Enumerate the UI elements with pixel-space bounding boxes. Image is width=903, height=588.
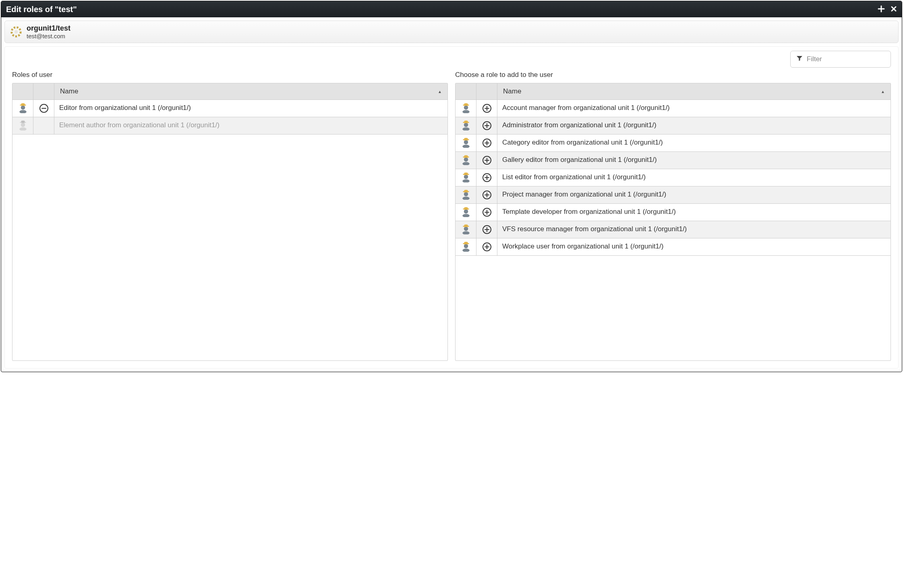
table-row[interactable]: Workplace user from organizational unit … xyxy=(456,238,891,256)
add-role-button[interactable] xyxy=(483,121,491,130)
role-name: Element author from organizational unit … xyxy=(54,117,447,134)
table-row[interactable]: List editor from organizational unit 1 (… xyxy=(456,169,891,186)
role-name: Account manager from organizational unit… xyxy=(497,100,891,117)
role-icon-cell xyxy=(12,117,33,134)
add-role-button[interactable] xyxy=(483,190,491,199)
close-icon xyxy=(891,6,897,12)
svg-point-38 xyxy=(462,231,470,234)
role-name: Administrator from organizational unit 1… xyxy=(497,117,891,134)
svg-point-39 xyxy=(464,227,468,231)
role-name: List editor from organizational unit 1 (… xyxy=(497,169,891,186)
right-tbody: Account manager from organizational unit… xyxy=(456,100,891,256)
svg-point-3 xyxy=(21,106,25,110)
svg-point-18 xyxy=(462,145,470,148)
filter-icon xyxy=(796,55,803,63)
role-icon-cell xyxy=(456,169,476,186)
role-action-cell xyxy=(476,117,497,134)
plus-icon xyxy=(485,193,489,197)
svg-rect-9 xyxy=(21,121,25,123)
svg-point-26 xyxy=(462,179,470,182)
svg-rect-29 xyxy=(464,173,468,175)
add-role-button[interactable] xyxy=(483,242,491,251)
svg-rect-13 xyxy=(464,104,468,106)
svg-point-19 xyxy=(464,140,468,145)
svg-rect-37 xyxy=(464,207,468,209)
plus-icon xyxy=(485,210,489,215)
close-button[interactable] xyxy=(891,5,897,13)
plus-icon xyxy=(485,123,489,128)
svg-point-42 xyxy=(462,248,470,252)
th-name[interactable]: Name ▲ xyxy=(54,83,447,99)
role-name: Category editor from organizational unit… xyxy=(497,135,891,151)
svg-point-15 xyxy=(464,123,468,127)
table-row[interactable]: Category editor from organizational unit… xyxy=(456,135,891,152)
titlebar-buttons xyxy=(878,5,897,14)
add-role-button[interactable] xyxy=(483,173,491,182)
role-icon-cell xyxy=(456,186,476,203)
svg-rect-17 xyxy=(464,121,468,123)
titlebar: Edit roles of "test" xyxy=(1,1,902,17)
svg-rect-45 xyxy=(464,242,468,244)
plus-icon xyxy=(485,158,489,163)
add-role-button[interactable] xyxy=(483,139,491,147)
svg-point-22 xyxy=(462,162,470,165)
role-action-cell xyxy=(476,100,497,117)
role-icon-cell xyxy=(12,100,33,117)
role-icon-cell xyxy=(456,238,476,255)
svg-point-11 xyxy=(464,106,468,110)
dialog-window: Edit roles of "test" orgunit1/test test@… xyxy=(1,1,902,372)
roles-of-user-table: Name ▲ Editor from organizational unit 1… xyxy=(12,83,448,361)
content: Roles of user Name ▲ Editor from organiz… xyxy=(4,46,899,369)
add-role-button[interactable] xyxy=(483,156,491,165)
add-role-button[interactable] xyxy=(483,104,491,113)
svg-point-27 xyxy=(464,175,468,179)
role-name: Template developer from organizational u… xyxy=(497,204,891,221)
role-name: Editor from organizational unit 1 (/orgu… xyxy=(54,100,447,117)
table-row[interactable]: Element author from organizational unit … xyxy=(12,117,447,135)
role-name: Project manager from organizational unit… xyxy=(497,186,891,203)
table-row[interactable]: Project manager from organizational unit… xyxy=(456,186,891,204)
th-icon xyxy=(456,83,476,99)
svg-rect-25 xyxy=(464,155,468,157)
add-role-button[interactable] xyxy=(483,225,491,234)
role-icon-cell xyxy=(456,152,476,169)
svg-point-10 xyxy=(462,110,470,113)
minus-icon xyxy=(41,106,46,111)
table-row[interactable]: Template developer from organizational u… xyxy=(456,204,891,221)
window-title: Edit roles of "test" xyxy=(6,5,77,14)
table-row[interactable]: Administrator from organizational unit 1… xyxy=(456,117,891,135)
column-header-name: Name xyxy=(60,87,78,95)
svg-rect-21 xyxy=(464,138,468,140)
svg-point-1 xyxy=(14,30,18,33)
table-row[interactable]: Editor from organizational unit 1 (/orgu… xyxy=(12,100,447,117)
remove-role-button[interactable] xyxy=(39,104,48,113)
th-icon xyxy=(12,83,33,99)
user-hat-icon xyxy=(460,206,472,219)
table-row[interactable]: Account manager from organizational unit… xyxy=(456,100,891,117)
role-action-cell xyxy=(476,152,497,169)
filter-box[interactable] xyxy=(790,51,891,68)
plus-icon xyxy=(485,244,489,249)
table-row[interactable]: VFS resource manager from organizational… xyxy=(456,221,891,238)
svg-point-7 xyxy=(21,123,25,127)
user-hat-icon xyxy=(460,240,472,253)
plus-icon xyxy=(485,227,489,232)
svg-rect-41 xyxy=(464,225,468,227)
user-hat-icon xyxy=(460,102,472,115)
user-path: orgunit1/test xyxy=(27,24,70,33)
add-role-button[interactable] xyxy=(483,208,491,217)
left-tbody: Editor from organizational unit 1 (/orgu… xyxy=(12,100,447,135)
filter-wrap xyxy=(790,51,891,68)
org-logo-icon xyxy=(10,26,22,37)
table-header: Name ▲ xyxy=(12,83,447,100)
th-name[interactable]: Name ▲ xyxy=(497,83,891,99)
user-hat-icon xyxy=(17,119,29,132)
roles-of-user-column: Roles of user Name ▲ Editor from organiz… xyxy=(12,52,448,361)
table-row[interactable]: Gallery editor from organizational unit … xyxy=(456,152,891,169)
role-icon-cell xyxy=(456,117,476,134)
maximize-button[interactable] xyxy=(878,5,885,14)
sort-asc-icon: ▲ xyxy=(438,89,442,94)
table-header: Name ▲ xyxy=(456,83,891,100)
role-action-cell xyxy=(476,238,497,255)
filter-input[interactable] xyxy=(807,55,892,63)
